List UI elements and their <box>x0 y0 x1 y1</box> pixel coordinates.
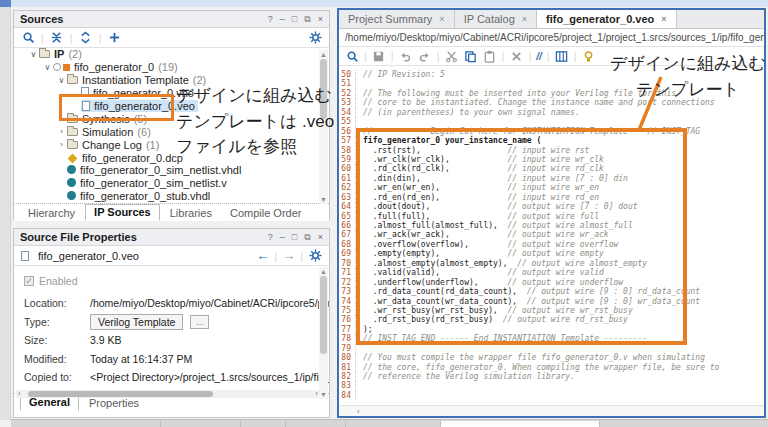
undo-icon[interactable] <box>399 49 413 63</box>
line-number: 62 <box>339 183 356 192</box>
properties-tab-properties[interactable]: Properties <box>81 396 147 411</box>
tree-item-fifo-generator-0-sim-netlist-vhdl[interactable]: fifo_generator_0_sim_netlist.vhdl <box>14 164 329 177</box>
sources-tab-libraries[interactable]: Libraries <box>162 206 220 221</box>
sources-tab-compile-order[interactable]: Compile Order <box>222 206 310 221</box>
redo-icon[interactable] <box>418 49 432 63</box>
editor-tab-ip-catalog[interactable]: IP Catalog× <box>455 10 537 28</box>
columns-icon[interactable] <box>555 49 569 63</box>
tree-expander-icon[interactable]: ∨ <box>42 63 53 72</box>
type-dropdown-button[interactable]: Verilog Template <box>90 314 183 330</box>
code-line-57: 57fifo_generator_0 your_instance_name ( <box>339 136 764 145</box>
tree-item-simulation[interactable]: ›Simulation(6) <box>14 125 329 138</box>
code-line-53: 53// core to be instantiated. Change the… <box>339 98 764 107</box>
tree-item-instantiation-template[interactable]: ∨Instantiation Template(2) <box>14 74 329 87</box>
sources-tab-ip-sources[interactable]: IP Sources <box>85 204 160 221</box>
expand-all-icon[interactable] <box>79 31 93 45</box>
tree-item-fifo-generator-0-stub-vhdl[interactable]: fifo_generator_0_stub.vhdl <box>14 190 329 203</box>
tree-item-fifo-generator-0-vho[interactable]: fifo_generator_0.vho <box>14 87 329 100</box>
property-value: /home/miyo/Desktop/miyo/Cabinet/ACRi/ipc… <box>90 297 329 309</box>
line-number: 71 <box>339 268 356 277</box>
maximize-icon[interactable]: □ <box>292 233 297 242</box>
tree-expander-icon[interactable]: › <box>56 114 67 123</box>
sources-vertical-scrollbar[interactable]: ▲ ▼ <box>319 50 328 204</box>
tree-item-fifo-generator-0-veo[interactable]: fifo_generator_0.veo <box>14 100 329 113</box>
code-line-59: 59 .wr_clk(wr_clk), // input wire wr_clk <box>339 155 764 164</box>
property-row-modified-: Modified:Today at 16:14:37 PM <box>24 350 319 369</box>
float-icon[interactable]: ⧉ <box>304 15 310 24</box>
tree-expander-icon[interactable]: › <box>56 140 67 149</box>
close-icon[interactable]: × <box>522 14 527 24</box>
type-more-button[interactable]: … <box>190 315 209 329</box>
line-number: 75 <box>339 306 356 315</box>
help-icon[interactable]: ? <box>268 15 273 24</box>
collapse-all-icon[interactable] <box>50 31 64 45</box>
file-icon <box>82 101 90 111</box>
back-arrow-icon[interactable]: ← <box>256 248 269 263</box>
tree-item-fifo-generator-0-sim-netlist-v[interactable]: fifo_generator_0_sim_netlist.v <box>14 177 329 190</box>
line-number: 77 <box>339 325 356 334</box>
enabled-checkbox[interactable]: ✓ <box>24 276 34 286</box>
maximize-icon[interactable]: □ <box>292 15 297 24</box>
tree-item-fifo-generator-0[interactable]: ∨fifo_generator_0(19) <box>14 61 329 74</box>
tree-expander-icon[interactable]: ∨ <box>28 50 39 59</box>
tree-expander-icon[interactable]: › <box>56 127 67 136</box>
delete-icon[interactable] <box>509 49 523 63</box>
close-icon[interactable]: × <box>439 14 444 24</box>
code-text: .rd_data_count(rd_data_count), <box>356 287 527 296</box>
tree-expander-icon[interactable]: ∨ <box>56 76 67 85</box>
close-icon[interactable]: × <box>318 15 323 24</box>
toggle-comment-icon[interactable]: // <box>536 51 542 62</box>
code-comment: // input wire [7 : 0] din <box>508 174 628 183</box>
properties-gear-icon[interactable] <box>308 249 322 263</box>
forward-arrow-icon[interactable]: → <box>282 248 295 263</box>
cut-icon[interactable] <box>445 49 459 63</box>
tree-item-count: (19) <box>158 61 178 73</box>
code-line-84: 84 <box>339 391 764 400</box>
code-line-72: 72 .underflow(underflow), // output wire… <box>339 278 764 287</box>
code-text: .almost_empty(almost_empty), <box>356 259 517 268</box>
close-icon[interactable]: × <box>661 14 666 24</box>
editor-tab-fifo-generator-0-veo[interactable]: fifo_generator_0.veo× <box>537 10 676 28</box>
editor-horizontal-scrollbar[interactable]: ‹ <box>339 405 764 416</box>
toolbar-separator: | <box>41 32 44 44</box>
code-comment: // The following must be inserted into y… <box>356 89 676 98</box>
code-line-78: 78// INST_TAG_END ------ End INSTANTIATI… <box>339 334 764 343</box>
sources-tab-hierarchy[interactable]: Hierarchy <box>20 206 83 221</box>
help-icon[interactable]: ? <box>268 233 273 242</box>
find-icon[interactable] <box>345 49 359 63</box>
save-icon[interactable] <box>372 49 386 63</box>
code-comment: // output wire underflow <box>508 278 624 287</box>
tree-item-change-log[interactable]: ›Change Log(1) <box>14 138 329 151</box>
properties-horizontal-scrollbar[interactable]: ‹ › <box>16 390 320 398</box>
code-comment: // input wire rst <box>508 146 590 155</box>
folder-icon <box>67 128 78 136</box>
tree-item-label: fifo_generator_0.veo <box>94 100 195 112</box>
code-text: .rd_rst_busy(rd_rst_busy) <box>356 315 503 324</box>
code-line-61: 61 .din(din), // input wire [7 : 0] din <box>339 174 764 183</box>
properties-vertical-scrollbar[interactable]: ▲ ▼ <box>319 267 328 399</box>
float-icon[interactable]: ⧉ <box>304 233 310 242</box>
code-line-83: 83 <box>339 381 764 390</box>
file-icon <box>21 251 29 261</box>
tree-item-ip[interactable]: ∨IP(2) <box>14 48 329 61</box>
add-sources-icon[interactable] <box>108 31 122 45</box>
paste-icon[interactable] <box>483 49 497 63</box>
lightbulb-icon[interactable] <box>582 49 596 63</box>
minimize-icon[interactable]: – <box>280 233 285 242</box>
line-number: 83 <box>339 381 356 390</box>
tree-item-count: (1) <box>146 139 159 151</box>
copy-icon[interactable] <box>464 49 478 63</box>
tree-item-synthesis[interactable]: ›Synthesis(5) <box>14 112 329 125</box>
folder-icon <box>67 141 78 149</box>
editor-tab-project-summary[interactable]: Project Summary× <box>339 10 455 28</box>
search-icon[interactable] <box>21 31 35 45</box>
code-comment: // output wire almost_full <box>508 221 633 230</box>
settings-gear-icon[interactable] <box>308 31 322 45</box>
minimize-icon[interactable]: – <box>280 15 285 24</box>
code-area[interactable]: 50// IP Revision: 55152// The following … <box>339 66 764 405</box>
property-row-copied-to-: Copied to:<Project Directory>/project_1.… <box>24 368 319 387</box>
tree-item-fifo-generator-0-dcp[interactable]: fifo_generator_0.dcp <box>14 151 329 164</box>
net-icon <box>67 191 76 200</box>
bottom-active-tab[interactable] <box>440 421 600 427</box>
close-icon[interactable]: × <box>318 233 323 242</box>
